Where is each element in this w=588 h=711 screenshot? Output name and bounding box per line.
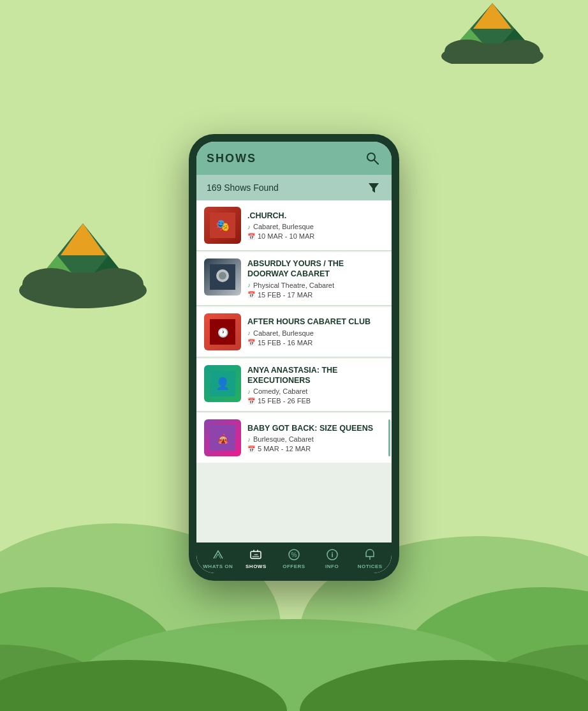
notices-icon: [363, 548, 377, 562]
svg-line-25: [374, 160, 378, 164]
nav-info[interactable]: i INFO: [316, 548, 348, 569]
music-icon-2: ♪: [247, 281, 251, 288]
shows-icon: [249, 548, 263, 562]
logo-mid-left: [13, 217, 153, 332]
nav-label-shows: SHOWS: [246, 564, 267, 569]
svg-text:🎭: 🎭: [216, 218, 230, 232]
svg-text:🎪: 🎪: [217, 433, 229, 444]
bottom-nav: WHATS ON SHOWS: [196, 543, 392, 573]
logo-top-right: [429, 0, 556, 64]
music-icon-5: ♪: [247, 436, 251, 443]
music-icon: ♪: [247, 223, 251, 230]
offers-icon: %: [287, 548, 301, 562]
show-dates-afterhours: 📅 15 FEB - 16 MAR: [247, 339, 384, 347]
show-thumbnail-afterhours: 🕐: [204, 313, 241, 350]
show-dates-absurdly: 📅 15 FEB - 17 MAR: [247, 291, 384, 299]
svg-point-44: [369, 558, 371, 560]
show-item-afterhours[interactable]: 🕐 AFTER HOURS CABARET CLUB ♪ Cabaret, Bu…: [196, 307, 392, 357]
shows-count: 169 Shows Found: [207, 183, 279, 193]
show-item-anya[interactable]: 👤 ANYA ANASTASIA: THE EXECUTIONERS ♪ Com…: [196, 359, 392, 412]
show-thumbnail-babygot: 🎪: [204, 419, 241, 456]
show-info-absurdly: ABSURDLY YOURS / THE DOORWAY CABARET ♪ P…: [247, 258, 384, 299]
svg-text:%: %: [291, 551, 297, 558]
svg-point-24: [367, 153, 375, 161]
scroll-indicator: [388, 419, 390, 456]
show-thumbnail-anya: 👤: [204, 365, 241, 402]
show-genre-afterhours: ♪ Cabaret, Burlesque: [247, 329, 384, 337]
svg-text:👤: 👤: [216, 377, 230, 391]
show-dates-babygot: 📅 5 MAR - 12 MAR: [247, 445, 384, 453]
search-button[interactable]: [364, 149, 381, 167]
show-dates-church: 📅 10 MAR - 10 MAR: [247, 232, 384, 240]
nav-offers[interactable]: % OFFERS: [278, 548, 310, 569]
nav-label-notices: NOTICES: [358, 564, 383, 569]
svg-marker-26: [369, 183, 379, 193]
show-dates-anya: 📅 15 FEB - 26 FEB: [247, 397, 384, 405]
calendar-icon-2: 📅: [247, 291, 255, 298]
app-header: SHOWS: [196, 142, 392, 175]
show-item-absurdly[interactable]: ABSURDLY YOURS / THE DOORWAY CABARET ♪ P…: [196, 252, 392, 306]
phone-screen: SHOWS 169 Shows Found: [196, 142, 392, 573]
svg-point-16: [496, 40, 540, 63]
svg-point-15: [445, 40, 489, 63]
show-info-babygot: BABY GOT BACK: SIZE QUEENS ♪ Burlesque, …: [247, 419, 384, 456]
show-name-babygot: BABY GOT BACK: SIZE QUEENS: [247, 423, 384, 433]
nav-label-offers: OFFERS: [283, 564, 305, 569]
svg-point-23: [86, 268, 143, 300]
nav-label-info: INFO: [325, 564, 339, 569]
show-info-afterhours: AFTER HOURS CABARET CLUB ♪ Cabaret, Burl…: [247, 313, 384, 350]
phone-container: SHOWS 169 Shows Found: [189, 134, 399, 581]
svg-text:i: i: [331, 551, 333, 558]
filter-bar: 169 Shows Found: [196, 175, 392, 200]
show-name-absurdly: ABSURDLY YOURS / THE DOORWAY CABARET: [247, 258, 384, 280]
nav-notices[interactable]: NOTICES: [354, 548, 386, 569]
svg-marker-11: [473, 3, 511, 29]
calendar-icon: 📅: [247, 233, 255, 240]
show-item-babygot[interactable]: 🎪 BABY GOT BACK: SIZE QUEENS ♪ Burlesque…: [196, 413, 392, 463]
show-name-church: .CHURCH.: [247, 211, 384, 221]
svg-marker-18: [61, 223, 105, 255]
filter-button[interactable]: [366, 180, 381, 195]
show-info-anya: ANYA ANASTASIA: THE EXECUTIONERS ♪ Comed…: [247, 365, 384, 405]
show-genre-babygot: ♪ Burlesque, Cabaret: [247, 435, 384, 443]
whats-on-icon: [211, 548, 225, 562]
show-name-anya: ANYA ANASTASIA: THE EXECUTIONERS: [247, 365, 384, 386]
svg-point-31: [219, 272, 226, 280]
info-icon: i: [325, 548, 339, 562]
show-thumbnail-church: 🎭: [204, 207, 241, 244]
svg-point-22: [22, 268, 80, 300]
calendar-icon-3: 📅: [247, 339, 255, 346]
phone-body: SHOWS 169 Shows Found: [189, 134, 399, 581]
nav-label-whats-on: WHATS ON: [203, 564, 233, 569]
app-title: SHOWS: [207, 152, 256, 165]
show-name-afterhours: AFTER HOURS CABARET CLUB: [247, 317, 384, 327]
music-icon-4: ♪: [247, 388, 251, 395]
nav-whats-on[interactable]: WHATS ON: [202, 548, 234, 569]
svg-text:🕐: 🕐: [217, 327, 229, 338]
show-genre-church: ♪ Cabaret, Burlesque: [247, 223, 384, 230]
show-genre-anya: ♪ Comedy, Cabaret: [247, 387, 384, 395]
music-icon-3: ♪: [247, 329, 251, 336]
nav-shows[interactable]: SHOWS: [240, 548, 272, 569]
show-genre-absurdly: ♪ Physical Theatre, Cabaret: [247, 281, 384, 289]
shows-list: 🎭 .CHURCH. ♪ Cabaret, Burlesque 📅 10 MAR…: [196, 200, 392, 543]
calendar-icon-5: 📅: [247, 445, 255, 453]
show-info-church: .CHURCH. ♪ Cabaret, Burlesque 📅 10 MAR -…: [247, 207, 384, 244]
show-item-church[interactable]: 🎭 .CHURCH. ♪ Cabaret, Burlesque 📅 10 MAR…: [196, 200, 392, 251]
show-thumbnail-absurdly: [204, 258, 241, 296]
calendar-icon-4: 📅: [247, 398, 255, 405]
